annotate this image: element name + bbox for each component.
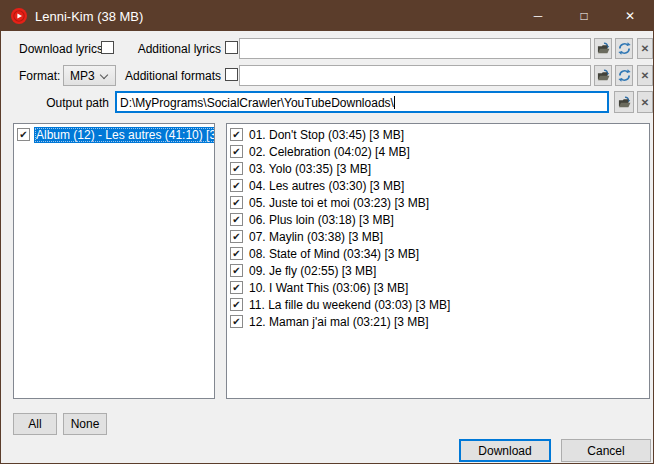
track-label: 04. Les autres (03:30) [3 MB] [249,179,404,193]
track-checkbox[interactable] [230,315,243,328]
cancel-button[interactable]: Cancel [561,439,651,462]
album-list[interactable]: Album (12) - Les autres (41:10) [38 MB] [13,123,215,399]
track-list-item[interactable]: 06. Plus loin (03:18) [3 MB] [227,211,649,228]
track-list-item[interactable]: 05. Juste toi et moi (03:23) [3 MB] [227,194,649,211]
output-path-input[interactable]: D:\MyPrograms\SocialCrawler\YouTubeDownl… [115,91,609,113]
browse-folder-icon [597,42,610,55]
album-list-item[interactable]: Album (12) - Les autres (41:10) [38 MB] [14,126,214,143]
browse-folder-button-lyrics[interactable] [594,38,612,59]
browse-folder-button-formats[interactable] [594,65,612,86]
track-list-item[interactable]: 04. Les autres (03:30) [3 MB] [227,177,649,194]
track-label: 05. Juste toi et moi (03:23) [3 MB] [249,196,429,210]
track-checkbox[interactable] [230,281,243,294]
track-list-item[interactable]: 02. Celebration (04:02) [4 MB] [227,143,649,160]
output-path-value: D:\MyPrograms\SocialCrawler\YouTubeDownl… [120,94,394,112]
track-label: 07. Maylin (03:38) [3 MB] [249,230,383,244]
additional-formats-checkbox[interactable] [225,68,238,81]
browse-folder-button-output[interactable] [614,91,634,113]
output-path-label: Output path [31,96,109,110]
track-label: 10. I Want This (03:06) [3 MB] [249,281,408,295]
track-checkbox[interactable] [230,247,243,260]
all-button[interactable]: All [13,413,57,435]
track-checkbox[interactable] [230,196,243,209]
window-title: Lenni-Kim (38 MB) [35,9,143,24]
track-checkbox[interactable] [230,162,243,175]
track-label: 06. Plus loin (03:18) [3 MB] [249,213,394,227]
track-checkbox[interactable] [230,128,243,141]
titlebar: Lenni-Kim (38 MB) ─ □ ✕ [1,1,653,31]
track-list[interactable]: 01. Don't Stop (03:45) [3 MB] 02. Celebr… [226,123,650,399]
track-checkbox[interactable] [230,264,243,277]
refresh-button-lyrics[interactable] [615,38,633,59]
track-label: 11. La fille du weekend (03:03) [3 MB] [249,298,450,312]
clear-icon: ✕ [641,97,649,108]
track-label: 12. Maman j'ai mal (03:21) [3 MB] [249,315,429,329]
track-checkbox[interactable] [230,179,243,192]
track-label: 01. Don't Stop (03:45) [3 MB] [249,128,404,142]
refresh-icon [618,42,631,55]
track-checkbox[interactable] [230,213,243,226]
clear-icon: ✕ [641,43,649,54]
clear-button-output[interactable]: ✕ [637,91,653,113]
track-list-item[interactable]: 01. Don't Stop (03:45) [3 MB] [227,126,649,143]
track-label: 02. Celebration (04:02) [4 MB] [249,145,410,159]
album-checkbox[interactable] [17,128,30,141]
additional-formats-label: Additional formats [91,69,221,83]
track-label: 03. Yolo (03:35) [3 MB] [249,162,371,176]
track-list-item[interactable]: 11. La fille du weekend (03:03) [3 MB] [227,296,649,313]
format-label: Format: [19,69,60,83]
track-label: 09. Je fly (02:55) [3 MB] [249,264,376,278]
maximize-icon[interactable]: □ [561,1,607,31]
refresh-button-formats[interactable] [615,65,633,86]
additional-lyrics-label: Additional lyrics [91,42,221,56]
browse-folder-icon [597,69,610,82]
clear-button-lyrics[interactable]: ✕ [637,38,653,59]
additional-lyrics-input[interactable] [239,38,591,59]
track-list-item[interactable]: 07. Maylin (03:38) [3 MB] [227,228,649,245]
close-icon[interactable]: ✕ [607,1,653,31]
track-list-item[interactable]: 08. State of Mind (03:34) [3 MB] [227,245,649,262]
app-window: Lenni-Kim (38 MB) ─ □ ✕ Download lyrics … [0,0,654,464]
additional-formats-input[interactable] [239,65,591,86]
none-button[interactable]: None [63,413,107,435]
track-list-item[interactable]: 12. Maman j'ai mal (03:21) [3 MB] [227,313,649,330]
album-label: Album (12) - Les autres (41:10) [38 MB] [34,127,215,143]
track-checkbox[interactable] [230,298,243,311]
additional-lyrics-checkbox[interactable] [225,41,238,54]
clear-icon: ✕ [641,70,649,81]
download-button[interactable]: Download [459,439,551,462]
minimize-icon[interactable]: ─ [515,1,561,31]
track-list-item[interactable]: 03. Yolo (03:35) [3 MB] [227,160,649,177]
track-checkbox[interactable] [230,230,243,243]
clear-button-formats[interactable]: ✕ [637,65,653,86]
track-checkbox[interactable] [230,145,243,158]
text-caret [394,96,395,109]
track-list-item[interactable]: 10. I Want This (03:06) [3 MB] [227,279,649,296]
play-circle-icon [11,8,27,24]
track-list-item[interactable]: 09. Je fly (02:55) [3 MB] [227,262,649,279]
track-label: 08. State of Mind (03:34) [3 MB] [249,247,419,261]
browse-folder-icon [618,96,631,109]
refresh-icon [618,69,631,82]
